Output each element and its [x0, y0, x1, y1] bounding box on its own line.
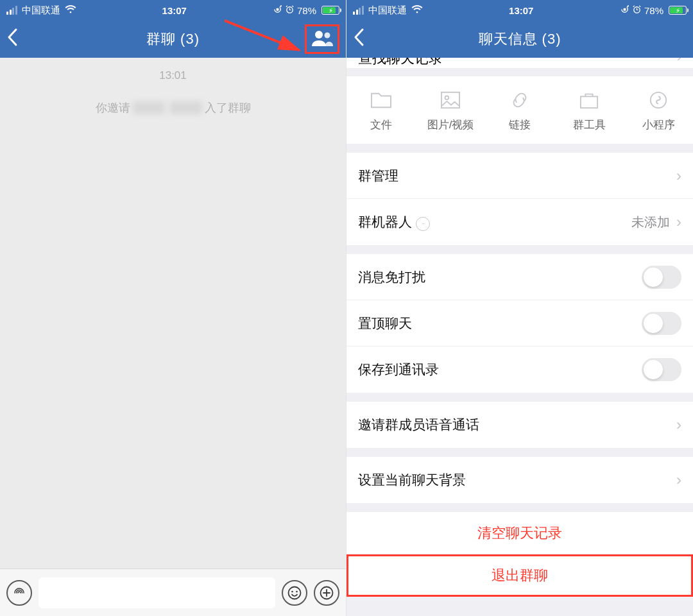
- cell-set-background[interactable]: 设置当前聊天背景 ›: [346, 457, 693, 503]
- chat-title: 群聊 (3): [146, 30, 200, 49]
- media-files[interactable]: 文件: [346, 90, 416, 132]
- robot-icon: [416, 217, 430, 231]
- cell-search-history-peek[interactable]: 查找聊天记录 ›: [346, 58, 693, 68]
- media-images[interactable]: 图片/视频: [416, 90, 485, 132]
- cell-leave-group-highlighted[interactable]: 退出群聊: [346, 554, 693, 597]
- people-icon: [311, 29, 334, 47]
- plus-button[interactable]: [314, 580, 339, 606]
- status-time: 13:07: [509, 5, 533, 16]
- message-input[interactable]: [38, 578, 275, 608]
- status-time: 13:07: [162, 5, 187, 16]
- bot-value: 未添加: [631, 214, 670, 231]
- chevron-right-icon: ›: [676, 213, 681, 231]
- svg-point-12: [445, 96, 449, 99]
- chat-info-screen: 中国联通 13:07 78% ⚡︎ 聊天信息 (3) 查找聊天记录 ›: [346, 0, 693, 616]
- cell-dnd[interactable]: 消息免打扰: [346, 254, 693, 300]
- folder-icon: [369, 90, 393, 110]
- chevron-right-icon: ›: [676, 471, 681, 489]
- svg-point-3: [325, 33, 330, 38]
- lock-rotate-icon: [273, 4, 282, 16]
- signal-icon: [353, 6, 364, 15]
- message-timestamp: 13:01: [0, 69, 346, 82]
- redacted-name: [133, 101, 165, 114]
- battery-pct: 78%: [297, 5, 316, 16]
- battery-icon: ⚡︎: [321, 6, 339, 15]
- chat-screen: 中国联通 13:07 78% ⚡︎ 群聊 (3): [0, 0, 346, 616]
- briefcase-icon: [577, 90, 601, 110]
- battery-pct: 78%: [644, 5, 663, 16]
- svg-point-5: [289, 586, 301, 599]
- svg-point-7: [296, 590, 298, 592]
- chat-input-bar: [0, 569, 346, 616]
- settings-scroll[interactable]: 查找聊天记录 › 文件 图片/视频 链接 群工具 小程序: [346, 58, 693, 616]
- svg-point-6: [291, 590, 293, 592]
- chat-nav: 群聊 (3): [0, 21, 346, 58]
- cell-group-bot[interactable]: 群机器人 未添加 ›: [346, 199, 693, 245]
- svg-rect-0: [277, 8, 279, 11]
- back-button[interactable]: [353, 27, 379, 52]
- chevron-right-icon: ›: [676, 167, 681, 185]
- cell-clear-history[interactable]: 清空聊天记录: [346, 512, 693, 554]
- alarm-icon: [632, 4, 642, 16]
- people-button-highlighted[interactable]: [305, 24, 339, 54]
- battery-icon: ⚡︎: [669, 6, 687, 15]
- info-title: 聊天信息 (3): [479, 30, 561, 49]
- redacted-name: [170, 101, 202, 114]
- wifi-icon: [65, 5, 76, 16]
- cell-group-manage[interactable]: 群管理 ›: [346, 153, 693, 199]
- signal-icon: [6, 6, 17, 15]
- status-bar-right: 中国联通 13:07 78% ⚡︎: [346, 0, 693, 21]
- carrier-label: 中国联通: [368, 4, 407, 17]
- media-tools[interactable]: 群工具: [554, 90, 624, 132]
- wifi-icon: [411, 5, 423, 16]
- media-miniprogram[interactable]: 小程序: [624, 90, 693, 132]
- emoji-button[interactable]: [282, 580, 307, 606]
- cell-save-contacts[interactable]: 保存到通讯录: [346, 346, 693, 393]
- svg-point-2: [315, 31, 323, 38]
- toggle-pin[interactable]: [642, 312, 681, 335]
- link-icon: [508, 90, 532, 110]
- lock-rotate-icon: [620, 4, 629, 16]
- chevron-right-icon: ›: [676, 416, 681, 434]
- media-links[interactable]: 链接: [485, 90, 554, 132]
- carrier-label: 中国联通: [22, 4, 60, 17]
- toggle-save-contacts[interactable]: [642, 358, 681, 381]
- info-nav: 聊天信息 (3): [346, 21, 693, 58]
- system-message: 你邀请 入了群聊: [96, 100, 251, 116]
- back-button[interactable]: [6, 27, 32, 52]
- svg-rect-9: [624, 8, 626, 11]
- cell-pin[interactable]: 置顶聊天: [346, 300, 693, 346]
- chat-body[interactable]: 13:01 你邀请 入了群聊: [0, 58, 346, 569]
- svg-rect-13: [581, 96, 597, 108]
- miniprogram-icon: [646, 90, 671, 110]
- chevron-right-icon: ›: [677, 58, 681, 65]
- svg-line-4: [225, 21, 299, 50]
- cell-voice-invite[interactable]: 邀请群成员语音通话 ›: [346, 402, 693, 448]
- image-icon: [438, 90, 463, 110]
- media-row: 文件 图片/视频 链接 群工具 小程序: [346, 76, 693, 144]
- alarm-icon: [285, 4, 295, 16]
- toggle-dnd[interactable]: [642, 266, 681, 289]
- voice-input-button[interactable]: [6, 580, 32, 606]
- svg-rect-11: [441, 92, 459, 108]
- status-bar-left: 中国联通 13:07 78% ⚡︎: [0, 0, 346, 21]
